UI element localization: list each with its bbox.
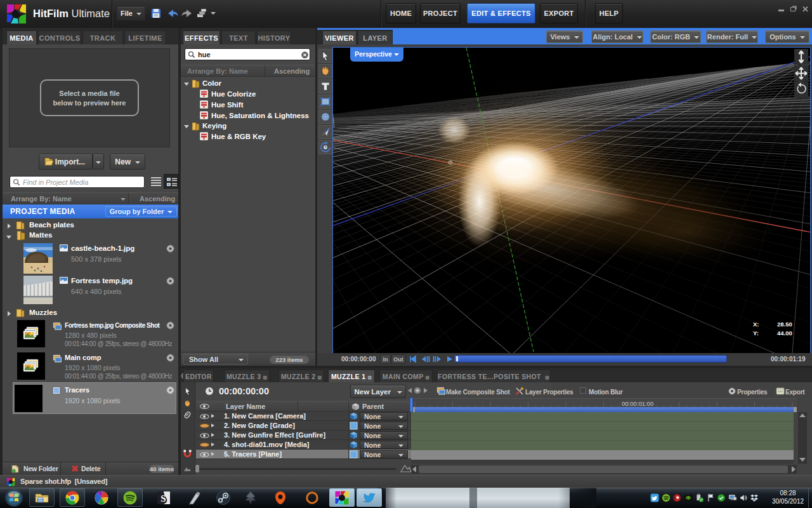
svg-text:S: S bbox=[160, 493, 166, 504]
